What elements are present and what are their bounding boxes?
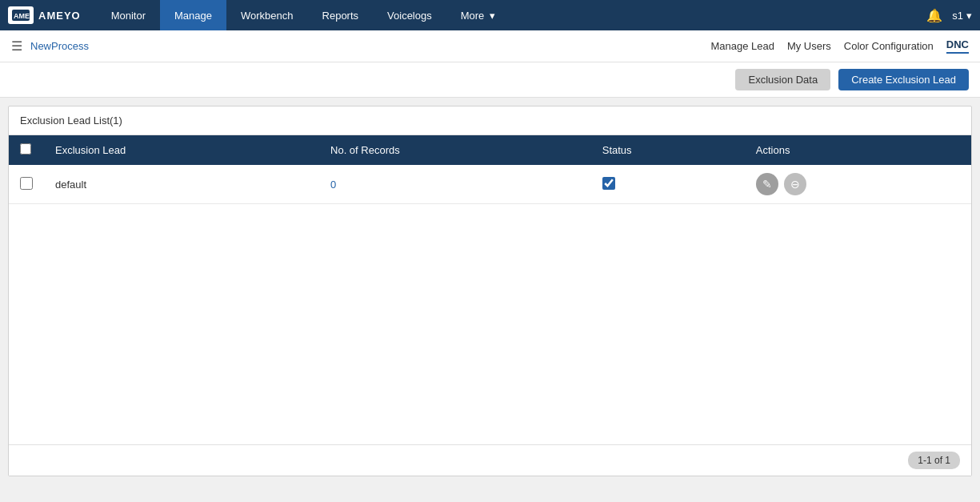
action-bar: Exclusion Data Create Exclusion Lead <box>0 62 980 98</box>
row-exclusion-lead-name: default <box>44 165 319 204</box>
color-config-link[interactable]: Color Configuration <box>844 40 934 52</box>
row-status-checkbox[interactable] <box>602 177 615 190</box>
header-checkbox-col <box>9 135 44 165</box>
logo-icon: AMEYO <box>8 6 34 24</box>
exclusion-data-button[interactable]: Exclusion Data <box>735 69 830 90</box>
subbar: ☰ NewProcess Manage Lead My Users Color … <box>0 30 980 62</box>
header-status: Status <box>591 135 745 165</box>
chevron-down-icon <box>487 10 495 22</box>
nav-voicelogs[interactable]: Voicelogs <box>373 0 446 30</box>
nav-workbench[interactable]: Workbench <box>226 0 308 30</box>
user-chevron-icon: ▾ <box>966 10 972 22</box>
notification-bell-icon[interactable]: 🔔 <box>926 8 942 23</box>
navbar: AMEYO AMEYO Monitor Manage Workbench Rep… <box>0 0 980 30</box>
nav-reports[interactable]: Reports <box>308 0 374 30</box>
row-records-count: 0 <box>319 165 591 204</box>
table-row: default 0 ✎ ⊖ <box>9 165 971 204</box>
header-actions: Actions <box>745 135 971 165</box>
main-content: Exclusion Lead List(1) Exclusion Lead No… <box>8 106 972 476</box>
process-link[interactable]: NewProcess <box>30 40 89 52</box>
dnc-link[interactable]: DNC <box>946 38 969 54</box>
nav-manage[interactable]: Manage <box>160 0 226 30</box>
nav-items: Monitor Manage Workbench Reports Voicelo… <box>97 0 927 30</box>
hamburger-icon[interactable]: ☰ <box>11 38 22 54</box>
nav-right: 🔔 s1 ▾ <box>926 8 972 23</box>
table-header-row: Exclusion Lead No. of Records Status Act… <box>9 135 971 165</box>
delete-button[interactable]: ⊖ <box>784 173 806 195</box>
header-exclusion-lead: Exclusion Lead <box>44 135 319 165</box>
subbar-right: Manage Lead My Users Color Configuration… <box>710 38 969 54</box>
select-all-checkbox[interactable] <box>20 143 31 155</box>
svg-text:AMEYO: AMEYO <box>14 12 30 20</box>
create-exclusion-lead-button[interactable]: Create Exclusion Lead <box>838 69 969 90</box>
pagination-label: 1-1 of 1 <box>908 452 960 469</box>
table-footer: 1-1 of 1 <box>9 444 971 476</box>
exclusion-lead-table: Exclusion Lead No. of Records Status Act… <box>9 135 971 204</box>
edit-button[interactable]: ✎ <box>756 173 778 195</box>
nav-monitor[interactable]: Monitor <box>97 0 160 30</box>
my-users-link[interactable]: My Users <box>787 40 831 52</box>
subbar-left: ☰ NewProcess <box>11 38 89 54</box>
row-actions-cell: ✎ ⊖ <box>745 165 971 204</box>
logo: AMEYO AMEYO <box>8 6 81 24</box>
row-select-checkbox[interactable] <box>20 177 33 190</box>
logo-text: AMEYO <box>38 10 81 22</box>
nav-more[interactable]: More <box>446 0 510 30</box>
manage-lead-link[interactable]: Manage Lead <box>710 40 774 52</box>
table-title: Exclusion Lead List(1) <box>9 106 971 135</box>
user-menu[interactable]: s1 ▾ <box>952 10 972 22</box>
row-checkbox-cell <box>9 165 44 204</box>
header-no-of-records: No. of Records <box>319 135 591 165</box>
row-status-cell <box>591 165 745 204</box>
